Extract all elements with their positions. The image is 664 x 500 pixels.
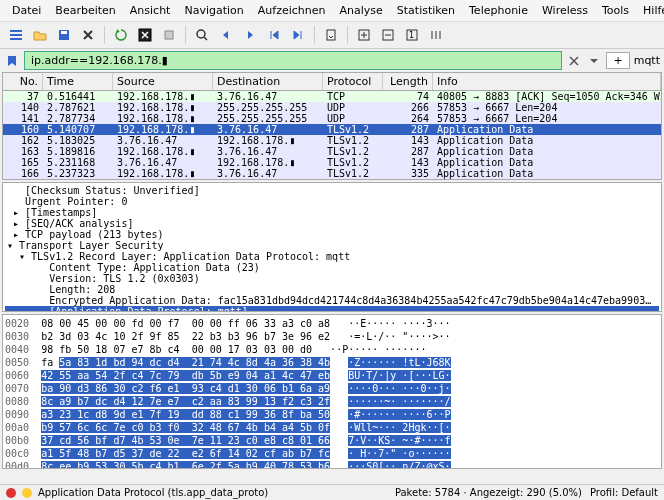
hex-row[interactable]: 0020 08 00 45 00 00 fd 00 f7 00 00 ff 06… [5,317,659,330]
col-length[interactable]: Length [383,73,433,90]
warning-icon[interactable] [22,488,32,498]
hex-row[interactable]: 0040 98 fb 50 18 07 e7 8b c4 00 00 17 03… [5,343,659,356]
display-filter-input[interactable] [24,51,562,70]
menu-ansicht[interactable]: Ansicht [124,2,177,19]
expert-info-icon[interactable] [6,488,16,498]
menu-analyse[interactable]: Analyse [333,2,388,19]
hex-row[interactable]: 0080 8c a9 b7 dc d4 12 7e e7 c2 aa 83 99… [5,395,659,408]
detail-line[interactable]: ▸ [Timestamps] [5,207,659,218]
packet-row[interactable]: 1625.1830253.76.16.47192.168.178.▮TLSv1.… [3,135,661,146]
hex-row[interactable]: 0050 fa 5a 83 1d bd 94 dc d4 21 74 4c 8d… [5,356,659,369]
packet-row[interactable]: 1655.2311683.76.16.47192.168.178.▮TLSv1.… [3,157,661,168]
main-toolbar: 1 [0,22,664,49]
col-info[interactable]: Info [433,73,661,90]
bookmark-icon[interactable] [4,53,20,69]
packet-list-header[interactable]: No. Time Source Destination Protocol Len… [3,73,661,91]
detail-line[interactable]: ▾ TLSv1.2 Record Layer: Application Data… [5,251,659,262]
packet-bytes-pane[interactable]: 0020 08 00 45 00 00 fd 00 f7 00 00 ff 06… [2,314,662,469]
menu-navigation[interactable]: Navigation [178,2,249,19]
menu-tools[interactable]: Tools [596,2,635,19]
svg-rect-4 [61,31,67,34]
zoom-reset-icon[interactable]: 1 [402,25,422,45]
find-icon[interactable] [192,25,212,45]
next-icon[interactable] [240,25,260,45]
status-profile[interactable]: Profil: Default [590,487,658,498]
hex-row[interactable]: 0090 a3 23 1c d8 9d e1 7f 19 dd 88 c1 99… [5,408,659,421]
stop-icon[interactable] [135,25,155,45]
packet-list-rows[interactable]: 370.516441192.168.178.▮3.76.16.47TCP7440… [3,91,661,180]
col-no[interactable]: No. [3,73,43,90]
col-source[interactable]: Source [113,73,213,90]
hex-row[interactable]: 00c0 a1 5f 48 b7 d5 37 de 22 e2 6f 14 02… [5,447,659,460]
status-bar: Application Data Protocol (tls.app_data_… [0,484,664,500]
packet-row[interactable]: 1605.140707192.168.178.▮3.76.16.47TLSv1.… [3,124,661,135]
clear-filter-icon[interactable] [566,53,582,69]
menu-aufzeichnen[interactable]: Aufzeichnen [252,2,332,19]
detail-line[interactable]: Urgent Pointer: 0 [5,196,659,207]
detail-line[interactable]: [Checksum Status: Unverified] [5,185,659,196]
list-icon[interactable] [6,25,26,45]
hex-row[interactable]: 0070 ba 90 d3 86 30 c2 f6 e1 93 c4 d1 30… [5,382,659,395]
detail-line[interactable]: Length: 208 [5,284,659,295]
menu-telephonie[interactable]: Telephonie [463,2,534,19]
packet-row[interactable]: 1635.189816192.168.178.▮3.76.16.47TLSv1.… [3,146,661,157]
detail-line[interactable]: ▸ [SEQ/ACK analysis] [5,218,659,229]
detail-line[interactable]: Content Type: Application Data (23) [5,262,659,273]
filter-plus-button[interactable]: + [606,52,629,69]
packet-list-pane: No. Time Source Destination Protocol Len… [2,72,662,180]
menu-statistiken[interactable]: Statistiken [391,2,461,19]
packet-row[interactable]: 1665.237323192.168.178.▮3.76.16.47TLSv1.… [3,168,661,179]
packet-row[interactable]: 1402.787621192.168.178.▮255.255.255.255U… [3,102,661,113]
restart-icon[interactable] [159,25,179,45]
menu-hilfe[interactable]: Hilfe [637,2,664,19]
filter-dropdown-icon[interactable] [586,53,602,69]
packet-row[interactable]: 1412.787734192.168.178.▮255.255.255.255U… [3,113,661,124]
hex-row[interactable]: 0060 42 55 aa 54 2f c4 7c 79 db 5b e9 04… [5,369,659,382]
menubar: DateiBearbeitenAnsichtNavigationAufzeich… [0,0,664,22]
packet-row[interactable]: 370.516441192.168.178.▮3.76.16.47TCP7440… [3,91,661,102]
status-field-info: Application Data Protocol (tls.app_data_… [38,487,268,498]
packet-row[interactable]: 1675.2787703.76.16.47192.168.178.▮TLSv1.… [3,179,661,180]
col-destination[interactable]: Destination [213,73,323,90]
detail-line[interactable]: [Application Data Protocol: mqtt] [5,306,659,312]
status-packets: Pakete: 5784 · Angezeigt: 290 (5.0%) [395,487,582,498]
save-icon[interactable] [54,25,74,45]
col-protocol[interactable]: Protocol [323,73,383,90]
hex-row[interactable]: 00a0 b9 57 6c 6c 7e c0 b3 f0 32 48 67 4b… [5,421,659,434]
svg-rect-1 [10,34,22,36]
col-time[interactable]: Time [43,73,113,90]
svg-point-7 [197,30,205,38]
detail-line[interactable]: Encrypted Application Data: fac15a831dbd… [5,295,659,306]
svg-rect-0 [10,30,22,32]
menu-wireless[interactable]: Wireless [536,2,594,19]
goto-end-icon[interactable] [288,25,308,45]
svg-rect-2 [10,38,22,40]
goto-start-icon[interactable] [264,25,284,45]
autoscroll-icon[interactable] [321,25,341,45]
zoom-out-icon[interactable] [378,25,398,45]
prev-icon[interactable] [216,25,236,45]
menu-bearbeiten[interactable]: Bearbeiten [49,2,121,19]
hex-row[interactable]: 00b0 37 cd 56 bf d7 4b 53 0e 7e 11 23 c0… [5,434,659,447]
svg-rect-6 [165,31,173,39]
detail-line[interactable]: ▾ Transport Layer Security [5,240,659,251]
svg-text:1: 1 [409,31,414,40]
hex-row[interactable]: 00d0 8c ee b9 53 30 5b c4 b1 6e 2f 5a b9… [5,460,659,469]
resize-cols-icon[interactable] [426,25,446,45]
detail-line[interactable]: Version: TLS 1.2 (0x0303) [5,273,659,284]
close-icon[interactable] [78,25,98,45]
zoom-in-icon[interactable] [354,25,374,45]
detail-line[interactable]: ▸ TCP payload (213 bytes) [5,229,659,240]
filter-label: mqtt [634,54,660,67]
packet-details-pane[interactable]: [Checksum Status: Unverified] Urgent Poi… [2,182,662,312]
hex-row[interactable]: 0030 b2 3d 03 4c 10 2f 9f 85 22 b3 b3 96… [5,330,659,343]
filter-bar: + mqtt [0,49,664,72]
folder-icon[interactable] [30,25,50,45]
reload-icon[interactable] [111,25,131,45]
menu-datei[interactable]: Datei [6,2,47,19]
